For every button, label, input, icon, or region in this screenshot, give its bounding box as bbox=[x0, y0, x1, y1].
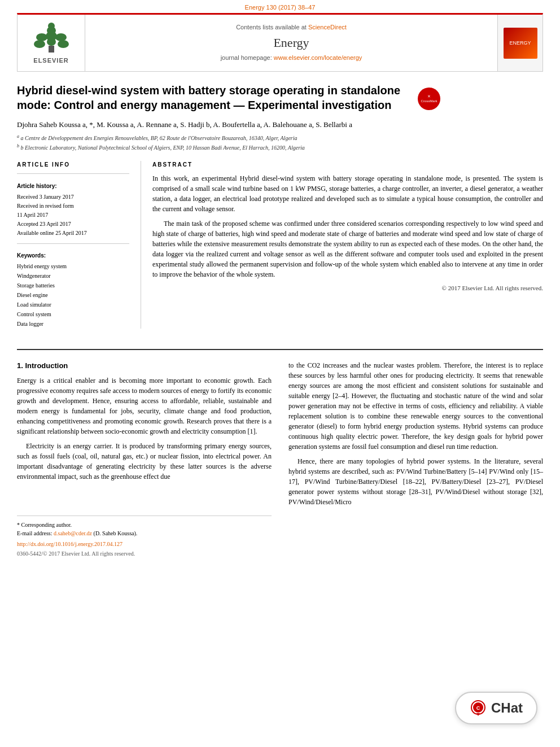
journal-header: ELSEVIER Contents lists available at Sci… bbox=[17, 13, 543, 71]
history-heading: Article history: bbox=[17, 182, 129, 191]
keywords-heading: Keywords: bbox=[17, 252, 129, 260]
crossmark-area: ✕CrossMark bbox=[418, 88, 446, 110]
footnotes-area: * Corresponding author. E-mail address: … bbox=[17, 516, 272, 558]
affiliation-b: b b Electronic Laboratory, National Poly… bbox=[17, 143, 543, 152]
keyword-2: Windgenerator bbox=[17, 271, 129, 281]
article-dates: Article history: Received 3 January 2017… bbox=[17, 173, 129, 238]
science-direct-link[interactable]: ScienceDirect bbox=[308, 24, 347, 30]
svg-point-8 bbox=[58, 40, 69, 48]
body-col-right: to the CO2 increases and the nuclear was… bbox=[288, 360, 543, 558]
intro-para-4: Hence, there are many topologies of hybr… bbox=[288, 456, 543, 507]
energy-logo: ENERGY bbox=[504, 28, 537, 59]
issn-line: 0360-5442/© 2017 Elsevier Ltd. All right… bbox=[17, 549, 272, 558]
keyword-4: Diesel engine bbox=[17, 290, 129, 300]
copyright: © 2017 Elsevier Ltd. All rights reserved… bbox=[152, 284, 543, 292]
date-online: Available online 25 April 2017 bbox=[17, 229, 129, 238]
article-info-panel: ARTICLE INFO Article history: Received 3… bbox=[17, 161, 141, 329]
intro-para-3: to the CO2 increases and the nuclear was… bbox=[288, 360, 543, 452]
keyword-5: Load simulator bbox=[17, 300, 129, 309]
article-info-abstract: ARTICLE INFO Article history: Received 3… bbox=[17, 161, 543, 329]
doi-link[interactable]: http://dx.doi.org/10.1016/j.energy.2017.… bbox=[17, 541, 123, 547]
crossmark-logo: ✕CrossMark bbox=[418, 88, 440, 110]
chat-icon: C bbox=[470, 700, 487, 717]
chat-button[interactable]: C CHat bbox=[455, 692, 537, 724]
intro-para-2: Electricity is an energy carrier. It is … bbox=[17, 441, 272, 482]
doi-line: http://dx.doi.org/10.1016/j.energy.2017.… bbox=[17, 540, 272, 548]
journal-reference: Energy 130 (2017) 38–47 bbox=[0, 0, 560, 13]
abstract-para-2: The main task of the proposed scheme was… bbox=[152, 219, 543, 279]
article-title: Hybrid diesel-wind system with battery s… bbox=[17, 83, 412, 112]
body-col-left: 1. Introduction Energy is a critical ena… bbox=[17, 360, 272, 558]
svg-point-6 bbox=[55, 33, 67, 41]
affiliation-a: a a Centre de Développement des Energies… bbox=[17, 133, 543, 142]
email-note: E-mail address: d.saheb@cder.dz (D. Sahe… bbox=[17, 529, 272, 538]
abstract-para-1: In this work, an experimental Hybrid die… bbox=[152, 173, 543, 214]
date-revised: 11 April 2017 bbox=[17, 211, 129, 220]
svg-point-5 bbox=[36, 33, 47, 41]
svg-point-7 bbox=[34, 40, 45, 48]
keyword-7: Data logger bbox=[17, 319, 129, 329]
corresponding-author-note: * Corresponding author. bbox=[17, 521, 272, 529]
elsevier-tree-icon bbox=[32, 20, 71, 54]
keyword-1: Hybrid energy system bbox=[17, 261, 129, 271]
elsevier-logo: ELSEVIER bbox=[32, 20, 71, 65]
abstract-text: In this work, an experimental Hybrid die… bbox=[152, 173, 543, 279]
body-columns: 1. Introduction Energy is a critical ena… bbox=[17, 350, 543, 558]
keywords-section: Keywords: Hybrid energy system Windgener… bbox=[17, 243, 129, 329]
section-1-heading: 1. Introduction bbox=[17, 360, 272, 372]
abstract-panel: ABSTRACT In this work, an experimental H… bbox=[141, 161, 543, 329]
abstract-heading: ABSTRACT bbox=[152, 161, 543, 169]
affiliations: a a Centre de Développement des Energies… bbox=[17, 133, 543, 152]
keyword-6: Control system bbox=[17, 309, 129, 319]
chat-label: CHat bbox=[491, 698, 523, 718]
email-link[interactable]: d.saheb@cder.dz bbox=[54, 530, 92, 536]
science-direct-text: Contents lists available at ScienceDirec… bbox=[236, 23, 347, 32]
svg-point-4 bbox=[48, 23, 55, 29]
article-header-section: Hybrid diesel-wind system with battery s… bbox=[0, 72, 560, 349]
journal-homepage-link[interactable]: www.elsevier.com/locate/energy bbox=[274, 54, 362, 61]
title-row: Hybrid diesel-wind system with battery s… bbox=[17, 83, 543, 119]
date-accepted: Accepted 23 April 2017 bbox=[17, 220, 129, 229]
journal-ref-text: Energy 130 (2017) 38–47 bbox=[245, 4, 316, 11]
energy-logo-area: ENERGY bbox=[497, 15, 542, 71]
svg-text:C: C bbox=[476, 705, 480, 711]
date-revised-label: Received in revised form bbox=[17, 202, 129, 211]
authors: Djohra Saheb Koussa a, *, M. Koussa a, A… bbox=[17, 119, 543, 130]
elsevier-logo-area: ELSEVIER bbox=[18, 15, 85, 71]
article-info-heading: ARTICLE INFO bbox=[17, 161, 129, 169]
journal-name: Energy bbox=[273, 34, 309, 52]
elsevier-label: ELSEVIER bbox=[33, 56, 68, 65]
keyword-3: Storage batteries bbox=[17, 281, 129, 290]
intro-para-1: Energy is a critical enabler and is beco… bbox=[17, 375, 272, 436]
svg-rect-0 bbox=[49, 46, 54, 53]
date-received: Received 3 January 2017 bbox=[17, 193, 129, 202]
journal-homepage: journal homepage: www.elsevier.com/locat… bbox=[221, 54, 362, 62]
journal-info-center: Contents lists available at ScienceDirec… bbox=[85, 15, 497, 71]
